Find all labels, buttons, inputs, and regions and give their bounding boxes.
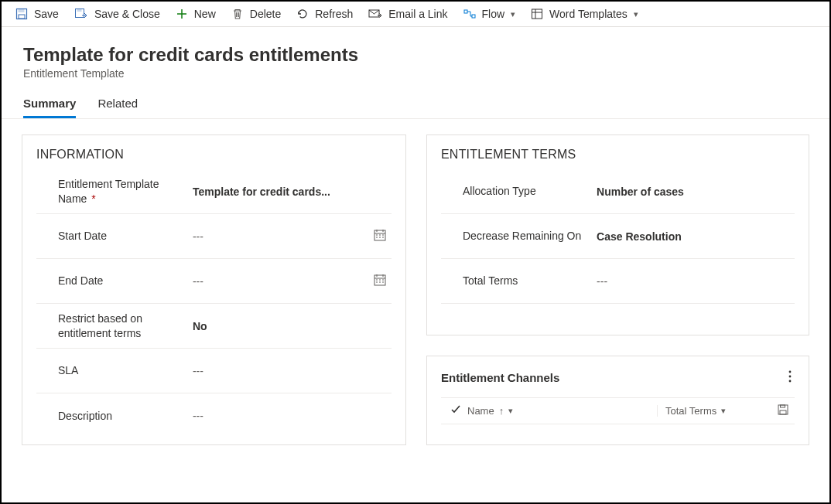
entitlement-channels-title: Entitlement Channels (441, 371, 559, 384)
field-name[interactable]: Entitlement Template Name* Template for … (36, 169, 392, 214)
field-total-terms[interactable]: Total Terms --- (441, 259, 795, 304)
page-title: Template for credit cards entitlements (23, 44, 808, 66)
new-label: New (194, 8, 216, 20)
word-templates-icon (531, 8, 543, 20)
field-restrict-label: Restrict based on entitlement terms (36, 312, 193, 339)
field-alloc-label: Allocation Type (441, 184, 597, 198)
refresh-icon (296, 8, 309, 20)
field-desc-value: --- (193, 410, 203, 422)
svg-point-11 (789, 371, 792, 373)
email-link-icon (368, 9, 382, 19)
save-close-button[interactable]: Save & Close (74, 8, 160, 20)
column-name[interactable]: Name ↑ ▾ (467, 405, 651, 417)
entitlement-terms-panel: ENTITLEMENT TERMS Allocation Type Number… (426, 135, 809, 335)
tab-bar: Summary Related (2, 80, 829, 119)
save-icon (778, 404, 788, 415)
command-bar: Save Save & Close New Delete Refresh Ema… (2, 2, 829, 27)
field-decrease-label: Decrease Remaining On (441, 229, 597, 243)
calendar-icon[interactable] (373, 228, 387, 244)
field-end-value: --- (193, 275, 203, 288)
svg-rect-1 (19, 9, 24, 12)
field-name-value: Template for credit cards... (193, 186, 330, 198)
field-restrict-value: No (193, 320, 207, 332)
word-templates-button[interactable]: Word Templates ▾ (531, 8, 638, 20)
chevron-down-icon: ▾ (634, 9, 638, 19)
field-end-date[interactable]: End Date --- (36, 259, 392, 304)
flow-icon (463, 8, 476, 20)
field-desc-label: Description (36, 409, 193, 423)
content-area: INFORMATION Entitlement Template Name* T… (2, 119, 829, 461)
field-sla-label: SLA (36, 363, 193, 377)
sort-asc-icon: ↑ (499, 405, 504, 417)
chevron-down-icon: ▾ (511, 9, 515, 19)
field-total-value: --- (597, 275, 607, 288)
svg-rect-2 (19, 15, 25, 19)
field-alloc-value: Number of cases (597, 186, 684, 198)
refresh-label: Refresh (315, 8, 353, 20)
information-panel: INFORMATION Entitlement Template Name* T… (22, 135, 406, 445)
flow-label: Flow (482, 8, 505, 20)
flow-button[interactable]: Flow ▾ (463, 8, 516, 20)
new-button[interactable]: New (176, 8, 216, 20)
save-label: Save (34, 8, 59, 20)
field-restrict[interactable]: Restrict based on entitlement terms No (36, 304, 392, 349)
field-start-value: --- (193, 230, 203, 243)
svg-rect-15 (781, 405, 785, 407)
delete-label: Delete (250, 8, 281, 20)
word-templates-label: Word Templates (549, 8, 628, 20)
more-vertical-icon (788, 370, 792, 383)
chevron-down-icon: ▾ (508, 406, 513, 416)
field-sla-value: --- (193, 365, 203, 377)
svg-point-12 (789, 376, 792, 378)
field-name-label: Entitlement Template Name* (36, 177, 193, 205)
trash-icon (231, 8, 244, 20)
tab-summary[interactable]: Summary (23, 97, 76, 118)
svg-rect-6 (464, 10, 467, 13)
column-total-terms[interactable]: Total Terms ▾ (657, 405, 765, 417)
svg-rect-8 (532, 9, 542, 19)
field-sla[interactable]: SLA --- (36, 349, 392, 393)
field-end-label: End Date (36, 274, 193, 288)
calendar-icon[interactable] (373, 273, 387, 289)
delete-button[interactable]: Delete (231, 8, 281, 20)
refresh-button[interactable]: Refresh (296, 8, 353, 20)
plus-icon (176, 8, 188, 20)
more-commands-button[interactable] (785, 369, 795, 387)
field-allocation-type[interactable]: Allocation Type Number of cases (441, 169, 795, 214)
spacer (441, 304, 795, 318)
field-total-label: Total Terms (441, 274, 597, 288)
save-close-icon (74, 8, 88, 20)
svg-point-13 (789, 380, 792, 383)
field-decrease-value: Case Resolution (597, 230, 682, 243)
svg-rect-16 (780, 410, 786, 414)
chevron-down-icon: ▾ (721, 406, 726, 416)
entity-label: Entitlement Template (23, 67, 808, 80)
entitlement-terms-title: ENTITLEMENT TERMS (427, 135, 809, 169)
save-icon (15, 8, 28, 20)
field-description[interactable]: Description --- (36, 393, 392, 438)
field-decrease-on[interactable]: Decrease Remaining On Case Resolution (441, 214, 795, 259)
field-start-date[interactable]: Start Date --- (36, 214, 392, 259)
information-title: INFORMATION (22, 135, 405, 169)
svg-rect-4 (77, 9, 81, 12)
svg-rect-7 (472, 15, 475, 18)
header: Template for credit cards entitlements E… (2, 27, 829, 80)
grid-save-button[interactable] (771, 404, 795, 417)
email-link-button[interactable]: Email a Link (368, 8, 447, 20)
grid-header-row: Name ↑ ▾ Total Terms ▾ (441, 397, 795, 424)
field-start-label: Start Date (36, 229, 193, 243)
tab-related[interactable]: Related (97, 97, 138, 118)
entitlement-channels-grid: Entitlement Channels Name ↑ ▾ Total Term… (426, 356, 809, 445)
select-all-icon[interactable] (450, 404, 461, 417)
save-button[interactable]: Save (15, 8, 59, 20)
email-link-label: Email a Link (388, 8, 447, 20)
save-close-label: Save & Close (94, 8, 160, 20)
